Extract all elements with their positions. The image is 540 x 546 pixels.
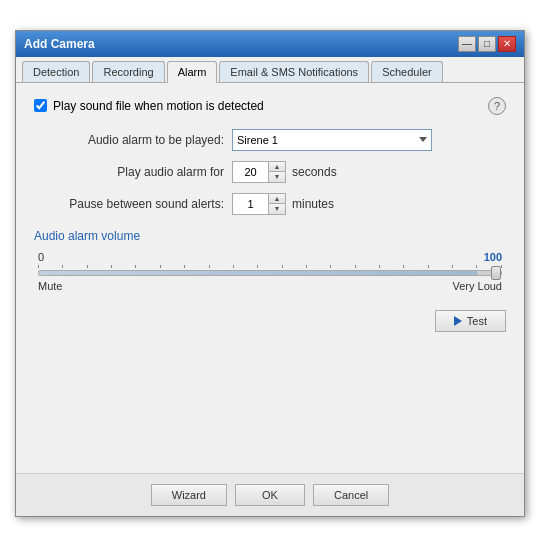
tab-alarm[interactable]: Alarm — [167, 61, 218, 83]
tick-8 — [209, 265, 210, 268]
tick-4 — [111, 265, 112, 268]
tick-14 — [355, 265, 356, 268]
pause-unit: minutes — [292, 197, 334, 211]
minimize-button[interactable]: — — [458, 36, 476, 52]
tab-detection[interactable]: Detection — [22, 61, 90, 82]
tick-1 — [38, 265, 39, 268]
help-icon[interactable]: ? — [488, 97, 506, 115]
play-for-spinner-buttons: ▲ ▼ — [268, 161, 286, 183]
tab-email-sms[interactable]: Email & SMS Notifications — [219, 61, 369, 82]
volume-min-label: Mute — [38, 280, 62, 292]
volume-max-label: Very Loud — [452, 280, 502, 292]
play-for-down-button[interactable]: ▼ — [269, 172, 285, 182]
test-button[interactable]: Test — [435, 310, 506, 332]
ok-button[interactable]: OK — [235, 484, 305, 506]
audio-alarm-select[interactable]: Sirene 1 — [232, 129, 432, 151]
pause-spinner: ▲ ▼ — [232, 193, 286, 215]
tabs-bar: Detection Recording Alarm Email & SMS No… — [16, 57, 524, 83]
tick-marks-row — [38, 265, 502, 268]
play-for-up-button[interactable]: ▲ — [269, 162, 285, 172]
select-arrow-icon — [419, 137, 427, 142]
volume-scale-row: 0 100 — [38, 251, 502, 263]
play-sound-label: Play sound file when motion is detected — [53, 99, 264, 113]
volume-label-row: Mute Very Loud — [38, 280, 502, 292]
pause-down-button[interactable]: ▼ — [269, 204, 285, 214]
tick-15 — [379, 265, 380, 268]
tick-11 — [282, 265, 283, 268]
volume-section: 0 100 — [34, 251, 506, 292]
volume-max-value: 100 — [484, 251, 502, 263]
tick-3 — [87, 265, 88, 268]
tick-5 — [135, 265, 136, 268]
pause-spinner-buttons: ▲ ▼ — [268, 193, 286, 215]
tick-17 — [428, 265, 429, 268]
alarm-tab-content: Play sound file when motion is detected … — [16, 83, 524, 473]
tick-6 — [160, 265, 161, 268]
volume-slider-track — [38, 270, 502, 276]
tick-13 — [330, 265, 331, 268]
pause-input[interactable] — [232, 193, 268, 215]
tick-7 — [184, 265, 185, 268]
wizard-button[interactable]: Wizard — [151, 484, 227, 506]
tick-19 — [476, 265, 477, 268]
play-for-row: Play audio alarm for ▲ ▼ seconds — [34, 161, 506, 183]
pause-row: Pause between sound alerts: ▲ ▼ minutes — [34, 193, 506, 215]
pause-up-button[interactable]: ▲ — [269, 194, 285, 204]
audio-alarm-value: Sirene 1 — [237, 134, 278, 146]
tab-recording[interactable]: Recording — [92, 61, 164, 82]
play-for-unit: seconds — [292, 165, 337, 179]
tick-9 — [233, 265, 234, 268]
cancel-button[interactable]: Cancel — [313, 484, 389, 506]
test-btn-row: Test — [34, 310, 506, 332]
tick-10 — [257, 265, 258, 268]
titlebar: Add Camera — □ ✕ — [16, 31, 524, 57]
play-for-input[interactable] — [232, 161, 268, 183]
tick-2 — [62, 265, 63, 268]
window-title: Add Camera — [24, 37, 95, 51]
play-sound-checkbox[interactable] — [34, 99, 47, 112]
footer: Wizard OK Cancel — [16, 473, 524, 516]
pause-label: Pause between sound alerts: — [34, 197, 224, 211]
tick-16 — [403, 265, 404, 268]
tab-scheduler[interactable]: Scheduler — [371, 61, 443, 82]
volume-section-title: Audio alarm volume — [34, 229, 506, 243]
play-icon — [454, 316, 462, 326]
play-sound-row: Play sound file when motion is detected … — [34, 97, 506, 115]
audio-alarm-row: Audio alarm to be played: Sirene 1 — [34, 129, 506, 151]
tick-12 — [306, 265, 307, 268]
play-for-spinner: ▲ ▼ — [232, 161, 286, 183]
window-controls: — □ ✕ — [458, 36, 516, 52]
audio-alarm-label: Audio alarm to be played: — [34, 133, 224, 147]
tick-18 — [452, 265, 453, 268]
play-for-label: Play audio alarm for — [34, 165, 224, 179]
add-camera-window: Add Camera — □ ✕ Detection Recording Ala… — [15, 30, 525, 517]
close-button[interactable]: ✕ — [498, 36, 516, 52]
volume-min-value: 0 — [38, 251, 44, 263]
test-label: Test — [467, 315, 487, 327]
volume-slider-fill — [39, 271, 478, 275]
maximize-button[interactable]: □ — [478, 36, 496, 52]
volume-slider-thumb[interactable] — [491, 266, 501, 280]
